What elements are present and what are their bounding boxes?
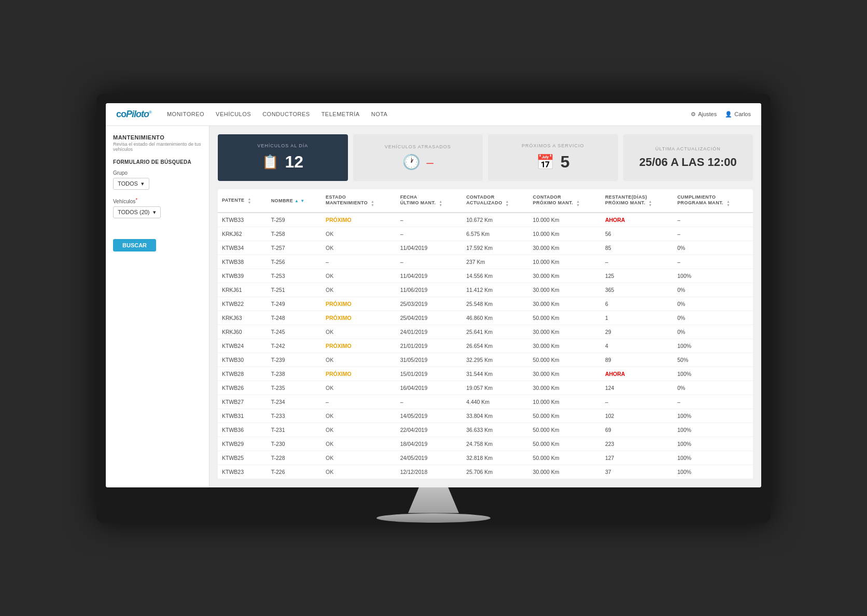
nav-monitoreo[interactable]: MONITOREO xyxy=(167,111,204,117)
table-cell: 0% xyxy=(673,283,753,297)
table-row[interactable]: KTWB31T-233OK14/05/201933.804 Km50.000 K… xyxy=(218,409,753,423)
table-cell: 237 Km xyxy=(462,255,528,269)
table-cell: 36.633 Km xyxy=(462,423,528,437)
table-cell: 10.000 Km xyxy=(529,213,601,227)
table-cell: 100% xyxy=(673,423,753,437)
search-button[interactable]: BUSCAR xyxy=(113,239,156,251)
status-ok: OK xyxy=(326,427,333,433)
stat-card-atrasados: VEHÍCULOS ATRASADOS 🕐 – xyxy=(353,134,483,181)
status-proximo: PRÓXIMO xyxy=(326,371,352,377)
status-proximo: PRÓXIMO xyxy=(326,217,352,223)
vehiculos-label: Vehículos* xyxy=(113,197,202,204)
col-nombre[interactable]: NOMBRE ▲ ▼ xyxy=(267,189,321,213)
table-row[interactable]: KRKJ62T-258OK–6.575 Km10.000 Km56– xyxy=(218,227,753,241)
vehiculos-dropdown[interactable]: TODOS (20) ▾ xyxy=(113,206,161,218)
table-cell: 0% xyxy=(673,381,753,395)
col-cumplimiento[interactable]: CUMPLIMIENTOPROGRAMA MANT. ▲▼ xyxy=(673,189,753,213)
table-cell: OK xyxy=(321,353,396,367)
table-cell: KTWB28 xyxy=(218,367,267,381)
table-cell: 6 xyxy=(601,297,673,311)
status-ok: OK xyxy=(326,245,333,251)
table-cell: T-259 xyxy=(267,213,321,227)
table-cell: T-256 xyxy=(267,255,321,269)
sort-cumplimiento: ▲▼ xyxy=(726,200,730,207)
table-row[interactable]: KRKJ63T-248PRÓXIMO25/04/201946.860 Km50.… xyxy=(218,311,753,325)
status-ok: OK xyxy=(326,273,333,279)
table-cell: KTWB39 xyxy=(218,269,267,283)
table-row[interactable]: KRKJ60T-245OK24/01/201925.641 Km30.000 K… xyxy=(218,325,753,339)
table-row[interactable]: KTWB25T-228OK24/05/201932.818 Km50.000 K… xyxy=(218,451,753,465)
stat-card-proximos: PRÓXIMOS A SERVICIO 📅 5 xyxy=(488,134,618,181)
table-cell: OK xyxy=(321,325,396,339)
table-cell: T-230 xyxy=(267,437,321,451)
table-cell: 30.000 Km xyxy=(529,241,601,255)
nav-telemetria[interactable]: TELEMETRÍA xyxy=(321,111,360,117)
nav-nota[interactable]: NOTA xyxy=(371,111,388,117)
user-icon: 👤 xyxy=(725,111,732,118)
col-estado[interactable]: ESTADOMANTENIMIENTO ▲▼ xyxy=(321,189,396,213)
table-row[interactable]: KTWB30T-239OK31/05/201932.295 Km50.000 K… xyxy=(218,353,753,367)
table-cell: 11/06/2019 xyxy=(396,283,462,297)
table-cell: 25.548 Km xyxy=(462,297,528,311)
table-cell: 24/05/2019 xyxy=(396,451,462,465)
table-row[interactable]: KTWB28T-238PRÓXIMO15/01/201931.544 Km30.… xyxy=(218,367,753,381)
table-row[interactable]: KRKJ61T-251OK11/06/201911.412 Km30.000 K… xyxy=(218,283,753,297)
table-row[interactable]: KTWB36T-231OK22/04/201936.633 Km50.000 K… xyxy=(218,423,753,437)
table-row[interactable]: KTWB26T-235OK16/04/201919.057 Km30.000 K… xyxy=(218,381,753,395)
table-row[interactable]: KTWB34T-257OK11/04/201917.592 Km30.000 K… xyxy=(218,241,753,255)
table-cell: OK xyxy=(321,409,396,423)
table-cell: KTWB33 xyxy=(218,213,267,227)
table-cell: 124 xyxy=(601,381,673,395)
sort-contador: ▲▼ xyxy=(505,200,509,207)
checklist-icon: 📋 xyxy=(262,154,278,170)
table-cell: 30.000 Km xyxy=(529,381,601,395)
table-row[interactable]: KTWB33T-259PRÓXIMO–10.672 Km10.000 KmAHO… xyxy=(218,213,753,227)
table-row[interactable]: KTWB38T-256––237 Km10.000 Km–– xyxy=(218,255,753,269)
table-cell: 100% xyxy=(673,367,753,381)
sidebar: MANTENIMIENTO Revisa el estado del mante… xyxy=(106,126,209,487)
status-ok: OK xyxy=(326,469,333,475)
table-cell: 100% xyxy=(673,409,753,423)
table-cell: PRÓXIMO xyxy=(321,213,396,227)
screen: coPiloto® MONITOREO VEHÍCULOS CONDUCTORE… xyxy=(106,103,761,487)
table-cell: 17.592 Km xyxy=(462,241,528,255)
table-row[interactable]: KTWB39T-253OK11/04/201914.556 Km30.000 K… xyxy=(218,269,753,283)
table-cell: 14/05/2019 xyxy=(396,409,462,423)
calendar-add-icon: 📅 xyxy=(536,153,554,171)
stat-content-proximos: 📅 5 xyxy=(536,152,570,172)
user-link[interactable]: 👤 Carlos xyxy=(725,111,751,118)
ajustes-label: Ajustes xyxy=(698,111,717,117)
table-row[interactable]: KTWB27T-234––4.440 Km10.000 Km–– xyxy=(218,395,753,409)
table-cell: PRÓXIMO xyxy=(321,311,396,325)
sort-estado: ▲▼ xyxy=(371,200,374,207)
table-row[interactable]: KTWB23T-226OK12/12/201825.706 Km30.000 K… xyxy=(218,465,753,479)
stand-neck xyxy=(397,487,470,513)
table-cell: 4.440 Km xyxy=(462,395,528,409)
col-proximo-cont[interactable]: CONTADORPRÓXIMO MANT. ▲▼ xyxy=(529,189,601,213)
table-cell: 30.000 Km xyxy=(529,325,601,339)
table-row[interactable]: KTWB29T-230OK18/04/201924.758 Km50.000 K… xyxy=(218,437,753,451)
chevron-down-icon: ▾ xyxy=(141,180,144,187)
table-cell: KRKJ61 xyxy=(218,283,267,297)
table-cell: 100% xyxy=(673,437,753,451)
nav-vehiculos[interactable]: VEHÍCULOS xyxy=(216,111,251,117)
nav-conductores[interactable]: CONDUCTORES xyxy=(262,111,310,117)
table-cell: 18/04/2019 xyxy=(396,437,462,451)
col-restante[interactable]: RESTANTE(DÍAS)PRÓXIMO MANT. ▲▼ xyxy=(601,189,673,213)
ajustes-link[interactable]: ⚙ Ajustes xyxy=(691,111,717,118)
table-cell: 37 xyxy=(601,465,673,479)
status-ok: OK xyxy=(326,455,333,461)
sidebar-subtitle: Revisa el estado del mantenimiento de tu… xyxy=(113,142,202,152)
grupo-dropdown[interactable]: TODOS ▾ xyxy=(113,178,149,190)
table-cell: 14.556 Km xyxy=(462,269,528,283)
table-cell: 25.706 Km xyxy=(462,465,528,479)
col-patente[interactable]: PATENTE ▲▼ xyxy=(218,189,267,213)
col-contador[interactable]: CONTADORACTUALIZADO ▲▼ xyxy=(462,189,528,213)
col-fecha[interactable]: FECHAÚLTIMO MANT. ▲▼ xyxy=(396,189,462,213)
table-cell: 16/04/2019 xyxy=(396,381,462,395)
table-row[interactable]: KTWB22T-249PRÓXIMO25/03/201925.548 Km30.… xyxy=(218,297,753,311)
table-row[interactable]: KTWB24T-242PRÓXIMO21/01/201926.654 Km30.… xyxy=(218,339,753,353)
table-cell: KTWB27 xyxy=(218,395,267,409)
table-cell: T-234 xyxy=(267,395,321,409)
table-cell: T-253 xyxy=(267,269,321,283)
